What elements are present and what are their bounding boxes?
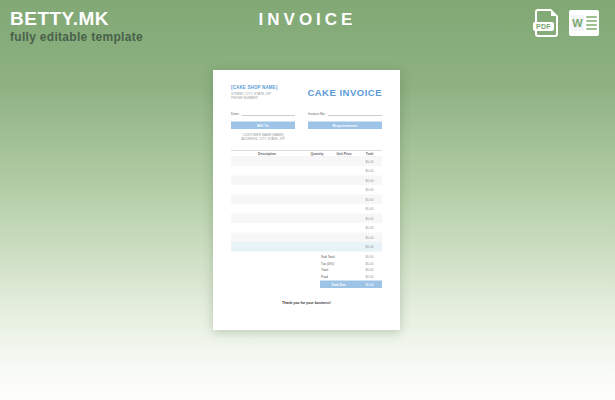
invoice-no-field bbox=[328, 111, 382, 116]
cell-total: $0.00 bbox=[357, 198, 382, 202]
page-title: INVOICE bbox=[0, 10, 615, 30]
brand-tagline: fully editable template bbox=[10, 30, 143, 44]
invoice-table: Description Quantity Unit Price Total $0… bbox=[231, 150, 382, 252]
cell-total: $0.00 bbox=[357, 236, 382, 240]
shop-phone: PHONE NUMBER bbox=[231, 96, 278, 100]
summary-value: $0.00 bbox=[357, 275, 382, 279]
table-row: $0.00 bbox=[231, 185, 382, 195]
invoice-preview: [CAKE SHOP NAME] STREET, CITY, STATE, ZI… bbox=[213, 70, 400, 330]
section-bars: Bill To Requirements bbox=[231, 122, 382, 130]
cell-total: $0.00 bbox=[357, 188, 382, 192]
cell-total: $0.00 bbox=[357, 226, 382, 230]
total-due-row: Total Due $0.00 bbox=[320, 281, 382, 289]
table-row: $0.00 bbox=[231, 242, 382, 252]
summary-value: $0.00 bbox=[357, 262, 382, 266]
date-field bbox=[242, 111, 295, 116]
invoice-footer: Thank you for your business! bbox=[231, 301, 382, 305]
invoice-no-label: Invoice No: bbox=[308, 112, 326, 116]
summary-label: Sub Total: bbox=[320, 255, 357, 259]
pdf-download-icon[interactable]: PDF bbox=[535, 9, 558, 37]
summary-value: $0.00 bbox=[357, 255, 382, 259]
invoice-meta-row: Date: Invoice No: bbox=[231, 111, 382, 116]
word-download-icon[interactable]: W bbox=[569, 10, 599, 36]
table-row: $0.00 bbox=[231, 176, 382, 186]
word-icon-lines bbox=[584, 16, 597, 30]
total-due-value: $0.00 bbox=[357, 283, 382, 287]
summary-value: $0.00 bbox=[357, 268, 382, 272]
table-row: $0.00 bbox=[231, 157, 382, 167]
col-unit-price: Unit Price bbox=[331, 152, 357, 156]
invoice-title: CAKE INVOICE bbox=[307, 87, 382, 98]
customer-block: CUSTOMER NAME [NAME] ADDRESS, CITY, STAT… bbox=[231, 132, 295, 141]
invoice-table-body: $0.00$0.00$0.00$0.00$0.00$0.00$0.00$0.00… bbox=[231, 157, 382, 252]
date-label: Date: bbox=[231, 112, 239, 116]
table-row: $0.00 bbox=[231, 204, 382, 214]
col-quantity: Quantity bbox=[303, 152, 331, 156]
requirements-header: Requirements bbox=[308, 122, 382, 130]
summary-label: Total: bbox=[320, 268, 357, 272]
table-row: $0.00 bbox=[231, 223, 382, 233]
col-total: Total bbox=[357, 152, 382, 156]
cell-total: $0.00 bbox=[357, 169, 382, 173]
summary-label: Paid: bbox=[320, 275, 357, 279]
shop-name: [CAKE SHOP NAME] bbox=[231, 85, 278, 90]
summary-row: Paid:$0.00 bbox=[320, 273, 382, 280]
shop-block: [CAKE SHOP NAME] STREET, CITY, STATE, ZI… bbox=[231, 85, 278, 100]
table-row: $0.00 bbox=[231, 214, 382, 224]
customer-address: ADDRESS, CITY, STATE, ZIP bbox=[231, 137, 295, 142]
cell-total: $0.00 bbox=[357, 160, 382, 164]
summary-block: Sub Total:$0.00Tax (0%):$0.00Total:$0.00… bbox=[320, 254, 382, 280]
table-row: $0.00 bbox=[231, 195, 382, 205]
bill-to-header: Bill To bbox=[231, 122, 295, 130]
table-row: $0.00 bbox=[231, 233, 382, 243]
invoice-header: [CAKE SHOP NAME] STREET, CITY, STATE, ZI… bbox=[231, 85, 382, 100]
pdf-icon-label: PDF bbox=[533, 22, 554, 31]
table-row: $0.00 bbox=[231, 166, 382, 176]
word-icon-letter: W bbox=[571, 15, 584, 31]
cell-total: $0.00 bbox=[357, 207, 382, 211]
total-due-label: Total Due bbox=[320, 283, 357, 287]
cell-total: $0.00 bbox=[357, 179, 382, 183]
col-description: Description bbox=[231, 152, 303, 156]
cell-total: $0.00 bbox=[357, 217, 382, 221]
download-icons: PDF W bbox=[535, 9, 599, 37]
cell-total: $0.00 bbox=[357, 245, 382, 249]
summary-label: Tax (0%): bbox=[320, 262, 357, 266]
